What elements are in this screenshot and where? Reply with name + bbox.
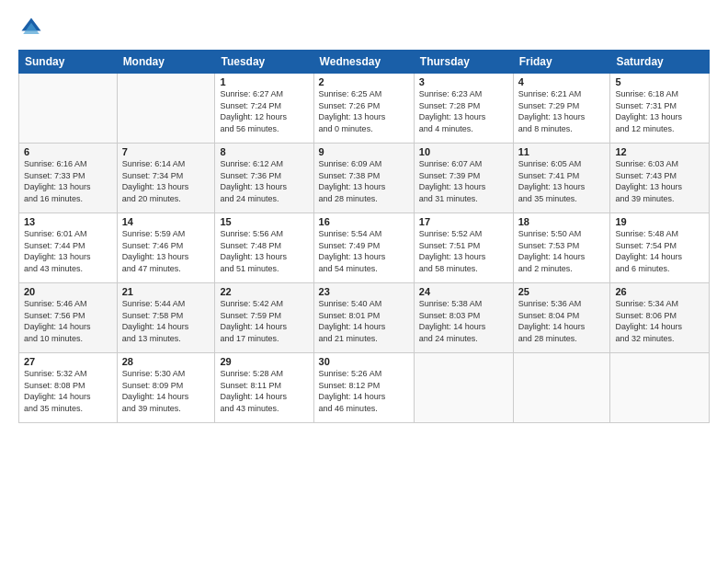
day-info: Sunrise: 6:01 AM Sunset: 7:44 PM Dayligh… [24, 228, 112, 274]
calendar-week-row: 13Sunrise: 6:01 AM Sunset: 7:44 PM Dayli… [19, 213, 710, 283]
day-number: 10 [419, 146, 508, 157]
calendar-page: SundayMondayTuesdayWednesdayThursdayFrid… [0, 0, 728, 563]
calendar-week-row: 20Sunrise: 5:46 AM Sunset: 7:56 PM Dayli… [19, 283, 710, 353]
day-info: Sunrise: 6:05 AM Sunset: 7:41 PM Dayligh… [518, 158, 606, 204]
weekday-header-friday: Friday [513, 51, 610, 74]
day-number: 18 [518, 216, 606, 227]
day-info: Sunrise: 6:27 AM Sunset: 7:24 PM Dayligh… [220, 88, 308, 134]
calendar-cell: 21Sunrise: 5:44 AM Sunset: 7:58 PM Dayli… [117, 283, 215, 353]
day-number: 20 [24, 286, 112, 297]
calendar-cell: 20Sunrise: 5:46 AM Sunset: 7:56 PM Dayli… [19, 283, 118, 353]
weekday-header-wednesday: Wednesday [313, 51, 414, 74]
day-info: Sunrise: 6:25 AM Sunset: 7:26 PM Dayligh… [319, 88, 409, 134]
day-info: Sunrise: 5:28 AM Sunset: 8:11 PM Dayligh… [220, 368, 308, 414]
weekday-header-saturday: Saturday [610, 51, 710, 74]
day-number: 4 [518, 76, 606, 87]
day-info: Sunrise: 5:38 AM Sunset: 8:03 PM Dayligh… [419, 298, 508, 344]
calendar-cell: 1Sunrise: 6:27 AM Sunset: 7:24 PM Daylig… [215, 74, 313, 144]
day-number: 12 [615, 146, 704, 157]
page-header [18, 15, 710, 40]
day-number: 14 [122, 216, 210, 227]
calendar-cell: 26Sunrise: 5:34 AM Sunset: 8:06 PM Dayli… [610, 283, 710, 353]
day-info: Sunrise: 5:50 AM Sunset: 7:53 PM Dayligh… [518, 228, 606, 274]
calendar-cell: 23Sunrise: 5:40 AM Sunset: 8:01 PM Dayli… [313, 283, 414, 353]
calendar-table: SundayMondayTuesdayWednesdayThursdayFrid… [18, 50, 710, 423]
calendar-week-row: 27Sunrise: 5:32 AM Sunset: 8:08 PM Dayli… [19, 353, 710, 423]
day-info: Sunrise: 5:44 AM Sunset: 7:58 PM Dayligh… [122, 298, 210, 344]
day-number: 30 [319, 356, 409, 367]
day-number: 5 [615, 76, 704, 87]
calendar-cell: 6Sunrise: 6:16 AM Sunset: 7:33 PM Daylig… [19, 144, 118, 213]
day-info: Sunrise: 6:14 AM Sunset: 7:34 PM Dayligh… [122, 158, 210, 204]
calendar-cell: 12Sunrise: 6:03 AM Sunset: 7:43 PM Dayli… [610, 144, 710, 213]
calendar-cell [610, 353, 710, 423]
day-number: 26 [615, 286, 704, 297]
day-number: 7 [122, 146, 210, 157]
calendar-cell: 15Sunrise: 5:56 AM Sunset: 7:48 PM Dayli… [215, 213, 313, 283]
weekday-header-monday: Monday [117, 51, 215, 74]
day-number: 9 [319, 146, 409, 157]
calendar-cell: 28Sunrise: 5:30 AM Sunset: 8:09 PM Dayli… [117, 353, 215, 423]
day-info: Sunrise: 5:26 AM Sunset: 8:12 PM Dayligh… [319, 368, 409, 414]
day-number: 24 [419, 286, 508, 297]
calendar-cell: 30Sunrise: 5:26 AM Sunset: 8:12 PM Dayli… [313, 353, 414, 423]
calendar-week-row: 1Sunrise: 6:27 AM Sunset: 7:24 PM Daylig… [19, 74, 710, 144]
calendar-cell: 2Sunrise: 6:25 AM Sunset: 7:26 PM Daylig… [313, 74, 414, 144]
day-number: 23 [319, 286, 409, 297]
calendar-cell: 19Sunrise: 5:48 AM Sunset: 7:54 PM Dayli… [610, 213, 710, 283]
day-info: Sunrise: 5:54 AM Sunset: 7:49 PM Dayligh… [319, 228, 409, 274]
day-info: Sunrise: 6:09 AM Sunset: 7:38 PM Dayligh… [319, 158, 409, 204]
day-info: Sunrise: 6:07 AM Sunset: 7:39 PM Dayligh… [419, 158, 508, 204]
day-info: Sunrise: 6:03 AM Sunset: 7:43 PM Dayligh… [615, 158, 704, 204]
weekday-header-row: SundayMondayTuesdayWednesdayThursdayFrid… [19, 51, 710, 74]
calendar-cell: 3Sunrise: 6:23 AM Sunset: 7:28 PM Daylig… [414, 74, 513, 144]
calendar-cell [117, 74, 215, 144]
day-number: 27 [24, 356, 112, 367]
calendar-cell: 24Sunrise: 5:38 AM Sunset: 8:03 PM Dayli… [414, 283, 513, 353]
calendar-cell: 17Sunrise: 5:52 AM Sunset: 7:51 PM Dayli… [414, 213, 513, 283]
day-number: 15 [220, 216, 308, 227]
day-info: Sunrise: 5:32 AM Sunset: 8:08 PM Dayligh… [24, 368, 112, 414]
calendar-cell [414, 353, 513, 423]
day-info: Sunrise: 5:59 AM Sunset: 7:46 PM Dayligh… [122, 228, 210, 274]
day-info: Sunrise: 5:56 AM Sunset: 7:48 PM Dayligh… [220, 228, 308, 274]
day-number: 17 [419, 216, 508, 227]
calendar-cell [19, 74, 118, 144]
calendar-cell: 13Sunrise: 6:01 AM Sunset: 7:44 PM Dayli… [19, 213, 118, 283]
calendar-cell: 22Sunrise: 5:42 AM Sunset: 7:59 PM Dayli… [215, 283, 313, 353]
day-number: 29 [220, 356, 308, 367]
logo-icon [18, 15, 44, 40]
day-info: Sunrise: 5:48 AM Sunset: 7:54 PM Dayligh… [615, 228, 704, 274]
day-info: Sunrise: 5:40 AM Sunset: 8:01 PM Dayligh… [319, 298, 409, 344]
day-number: 8 [220, 146, 308, 157]
day-info: Sunrise: 6:23 AM Sunset: 7:28 PM Dayligh… [419, 88, 508, 134]
day-number: 16 [319, 216, 409, 227]
calendar-cell: 18Sunrise: 5:50 AM Sunset: 7:53 PM Dayli… [513, 213, 610, 283]
day-info: Sunrise: 6:18 AM Sunset: 7:31 PM Dayligh… [615, 88, 704, 134]
day-info: Sunrise: 5:36 AM Sunset: 8:04 PM Dayligh… [518, 298, 606, 344]
day-number: 6 [24, 146, 112, 157]
calendar-cell: 27Sunrise: 5:32 AM Sunset: 8:08 PM Dayli… [19, 353, 118, 423]
calendar-cell: 8Sunrise: 6:12 AM Sunset: 7:36 PM Daylig… [215, 144, 313, 213]
calendar-cell: 5Sunrise: 6:18 AM Sunset: 7:31 PM Daylig… [610, 74, 710, 144]
day-info: Sunrise: 5:30 AM Sunset: 8:09 PM Dayligh… [122, 368, 210, 414]
calendar-cell: 7Sunrise: 6:14 AM Sunset: 7:34 PM Daylig… [117, 144, 215, 213]
calendar-cell: 16Sunrise: 5:54 AM Sunset: 7:49 PM Dayli… [313, 213, 414, 283]
day-number: 3 [419, 76, 508, 87]
calendar-week-row: 6Sunrise: 6:16 AM Sunset: 7:33 PM Daylig… [19, 144, 710, 213]
day-info: Sunrise: 5:46 AM Sunset: 7:56 PM Dayligh… [24, 298, 112, 344]
calendar-cell [513, 353, 610, 423]
calendar-cell: 4Sunrise: 6:21 AM Sunset: 7:29 PM Daylig… [513, 74, 610, 144]
day-number: 13 [24, 216, 112, 227]
day-number: 22 [220, 286, 308, 297]
day-number: 25 [518, 286, 606, 297]
day-info: Sunrise: 6:21 AM Sunset: 7:29 PM Dayligh… [518, 88, 606, 134]
day-number: 11 [518, 146, 606, 157]
weekday-header-thursday: Thursday [414, 51, 513, 74]
day-number: 2 [319, 76, 409, 87]
day-number: 19 [615, 216, 704, 227]
day-info: Sunrise: 5:52 AM Sunset: 7:51 PM Dayligh… [419, 228, 508, 274]
calendar-cell: 14Sunrise: 5:59 AM Sunset: 7:46 PM Dayli… [117, 213, 215, 283]
logo [18, 15, 46, 40]
calendar-cell: 11Sunrise: 6:05 AM Sunset: 7:41 PM Dayli… [513, 144, 610, 213]
